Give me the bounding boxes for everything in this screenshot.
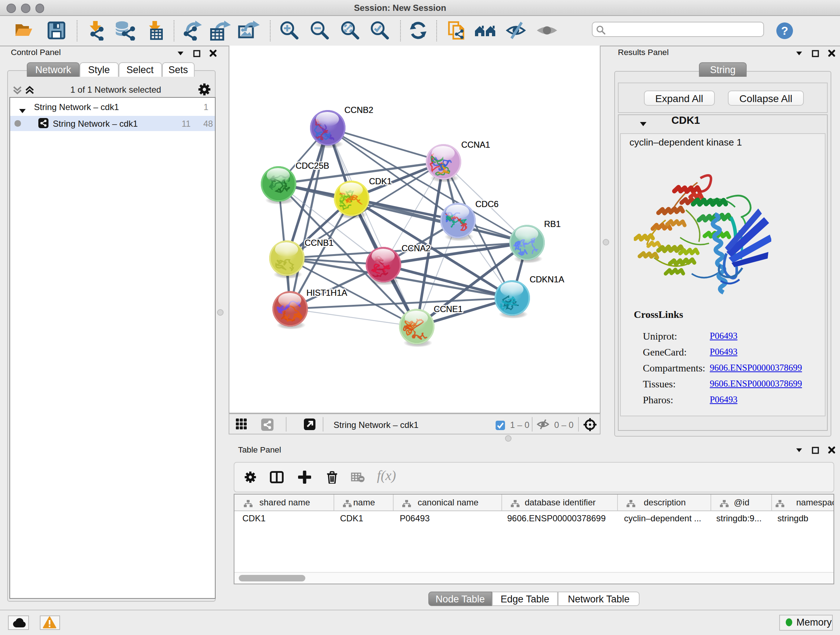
svg-text:CDKN1A: CDKN1A xyxy=(530,275,564,284)
svg-text:CCNB1: CCNB1 xyxy=(305,238,333,248)
svg-text:CDC6: CDC6 xyxy=(475,200,499,209)
svg-text:CCNB2: CCNB2 xyxy=(344,105,373,115)
svg-text:CCNA1: CCNA1 xyxy=(461,140,490,149)
svg-text:CCNA2: CCNA2 xyxy=(401,244,431,253)
svg-text:RB1: RB1 xyxy=(544,219,561,229)
svg-text:CCNE1: CCNE1 xyxy=(434,304,463,314)
svg-text:CDC25B: CDC25B xyxy=(295,161,329,171)
svg-text:HIST1H1A: HIST1H1A xyxy=(306,288,347,298)
svg-text:CDK1: CDK1 xyxy=(369,177,392,186)
svg-text:?: ? xyxy=(781,24,788,37)
